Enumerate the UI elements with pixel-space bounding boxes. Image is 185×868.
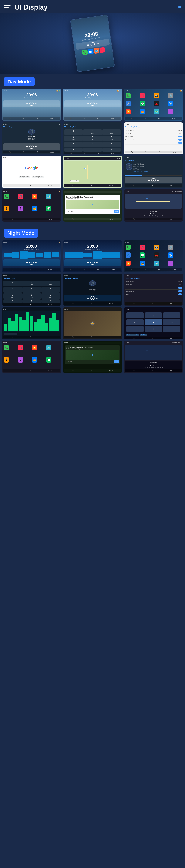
app-music[interactable]: 🎵 bbox=[99, 47, 105, 53]
prev-icon[interactable]: ⏮ bbox=[86, 43, 89, 46]
n-app-telegram[interactable]: ✈️ bbox=[126, 252, 131, 258]
n-app-photo[interactable]: 📷 bbox=[154, 245, 159, 250]
dial-3[interactable]: 3DEF bbox=[102, 129, 121, 135]
screen-coffee-night[interactable]: 18:03 Sunny Coffee Modern Restaurant Gol… bbox=[63, 341, 122, 373]
n-app-bt[interactable]: 📡 bbox=[168, 252, 173, 258]
dial-1[interactable]: 1 bbox=[64, 129, 83, 135]
app-wechat-grid[interactable]: 💬 bbox=[140, 101, 145, 106]
app-vehiclecar-grid[interactable]: 🚗 bbox=[154, 101, 159, 106]
dial-6[interactable]: 6MNO bbox=[102, 135, 121, 141]
n-dial-8[interactable]: 8TUV bbox=[23, 293, 41, 299]
prev-night-2[interactable]: ⏮ bbox=[87, 261, 89, 264]
screen-google[interactable]: 1/14 ← Google Google Search I'm Feeling … bbox=[2, 156, 61, 188]
screen-music-day-2[interactable]: 20:08 📶 🔋 20:08 A soothing piece of musi… bbox=[63, 89, 122, 121]
n-app-phone[interactable]: 📞 bbox=[126, 245, 131, 250]
screen-music-night-2[interactable]: 20:08 20:08 A soothing piece of music ⏮ … bbox=[63, 240, 122, 272]
app-radio-grid[interactable]: 📻 bbox=[140, 109, 145, 115]
prev-btn-day-1[interactable]: ⏮ bbox=[26, 102, 28, 105]
screen-bt-call[interactable]: 17:46 Bluetooth_Call 1 2ABC 3DEF 4GHI 5J… bbox=[63, 122, 122, 154]
play-btn-day-2[interactable]: ⏸ bbox=[90, 102, 95, 106]
dial-8[interactable]: 8TUV bbox=[83, 142, 102, 148]
play-night-2[interactable]: ⏸ bbox=[90, 260, 95, 265]
cn-app-phone[interactable]: 📞 bbox=[4, 345, 9, 350]
nav-action-1[interactable]: DIAL bbox=[126, 334, 132, 336]
app-more-grid[interactable]: ⋯ bbox=[168, 109, 173, 115]
n-app-settings[interactable]: ⚙️ bbox=[168, 245, 173, 250]
cp-app-wechat[interactable]: 💬 bbox=[46, 206, 51, 211]
n-dial-7[interactable]: 7PQRS bbox=[3, 293, 22, 299]
screen-apps-day[interactable]: 15:41 📶 📞 🎵 📷 ⚙️ ✈️ 💬 🚗 📡 ▶️ 📻 bbox=[124, 89, 183, 121]
nav-next-night[interactable]: ⏭ bbox=[156, 364, 157, 366]
dial-5[interactable]: 5JKL bbox=[83, 135, 102, 141]
n-dial-star[interactable]: * bbox=[3, 300, 22, 303]
nav-prev[interactable]: ⏮ bbox=[150, 213, 151, 215]
bt-next[interactable]: ⏭ bbox=[35, 145, 37, 148]
n-dial-3[interactable]: 3DEF bbox=[41, 281, 60, 286]
screen-bt-call-night[interactable]: 17:46 Bluetooth_Call 1 2ABC 3DEF 4GHI 5J… bbox=[2, 274, 61, 306]
arrow-bl[interactable] bbox=[126, 326, 144, 332]
play-button[interactable]: ⏸ bbox=[90, 42, 95, 47]
arrow-left[interactable]: ← bbox=[126, 319, 144, 325]
cn-app-maps[interactable]: 🗺️ bbox=[46, 345, 51, 350]
arrow-br[interactable] bbox=[163, 326, 181, 332]
n-app-nav[interactable]: 🗺️ bbox=[154, 260, 159, 266]
cp-app-orange[interactable]: 📱 bbox=[4, 206, 9, 211]
next-icon[interactable]: ⏭ bbox=[97, 42, 99, 45]
n-dial-9[interactable]: 9WXYZ bbox=[41, 293, 60, 299]
arrow-right[interactable]: → bbox=[163, 319, 181, 325]
arrow-tr[interactable] bbox=[163, 312, 181, 318]
app-phone[interactable]: 📞 bbox=[82, 50, 88, 55]
dial-7[interactable]: 7PQRS bbox=[64, 142, 83, 148]
app-yt-grid[interactable]: ▶️ bbox=[126, 109, 131, 115]
cp-app-phone[interactable]: 📞 bbox=[4, 194, 9, 199]
dial-9[interactable]: 9WXYZ bbox=[102, 142, 121, 148]
screen-carplay-coffee[interactable]: 18:03 Sunny Coffee Modern Restaurant Gol… bbox=[63, 189, 122, 221]
screen-carplay-night[interactable]: 18:04 📞 🎵 ▶️ 🗺️ 📱 🎙 📻 💬 📞 ✉ AUTO bbox=[2, 341, 61, 373]
n-app-music[interactable]: 🎵 bbox=[140, 245, 145, 250]
nav-next[interactable]: ⏭ bbox=[156, 213, 157, 215]
bt-prev[interactable]: ⏮ bbox=[26, 145, 28, 148]
arrow-up[interactable]: ↑ bbox=[144, 312, 162, 318]
nav-play-night[interactable]: ▶ bbox=[153, 364, 154, 366]
play-night-1[interactable]: ⏸ bbox=[29, 260, 34, 265]
cn-app-music[interactable]: 🎵 bbox=[18, 345, 23, 350]
dial-star[interactable]: * bbox=[64, 148, 83, 152]
n-dial-hash[interactable]: # bbox=[41, 300, 60, 303]
dial-4[interactable]: 4GHI bbox=[64, 135, 83, 141]
cn-app-wechat[interactable]: 💬 bbox=[46, 357, 51, 363]
nav-play[interactable]: ▶ bbox=[153, 213, 154, 215]
cn-app-yt[interactable]: ▶️ bbox=[32, 345, 37, 350]
cp-app-yt[interactable]: ▶️ bbox=[32, 194, 37, 199]
cn-app-orange[interactable]: 📱 bbox=[4, 357, 9, 363]
app-music-grid[interactable]: 🎵 bbox=[140, 93, 145, 98]
screen-social-music[interactable]: 17:46 SocialMusic 🎵 华年_抖音版.mp3 陪你_抖音版.mp… bbox=[124, 156, 183, 188]
google-search-bar[interactable] bbox=[6, 172, 57, 175]
go-button-night[interactable]: GO bbox=[114, 361, 119, 363]
dial-hash[interactable]: # bbox=[102, 148, 121, 152]
auto-connect-toggle[interactable] bbox=[178, 139, 182, 141]
bt-next-night[interactable]: ⏭ bbox=[96, 297, 98, 300]
screen-apps-night[interactable]: 15:41 📞 🎵 📷 ⚙️ ✈️ 💬 🚗 📡 ▶️ 📻 🗺️ ⋯ bbox=[124, 240, 183, 272]
n-dial-1[interactable]: 1 bbox=[3, 281, 22, 286]
n-dial-6[interactable]: 6MNO bbox=[41, 287, 60, 292]
n-app-wechat[interactable]: 💬 bbox=[140, 252, 145, 258]
social-next[interactable]: ⏭ bbox=[157, 179, 159, 182]
n-power-toggle[interactable] bbox=[178, 293, 182, 295]
screen-equalizer[interactable]: 1/14 ← bbox=[2, 307, 61, 339]
screen-music-night-1[interactable]: 20:08 📶 20:08 A soothing piece of music bbox=[2, 240, 61, 272]
n-app-more[interactable]: ⋯ bbox=[168, 260, 173, 266]
screen-bt-settings-night[interactable]: 17:46 Bluetooth_Settings Device name Car… bbox=[124, 274, 183, 306]
cp-app-podcast[interactable]: 🎙 bbox=[18, 206, 23, 211]
app-photo-grid[interactable]: 📷 bbox=[154, 93, 159, 98]
app-mail[interactable]: ✉️ bbox=[88, 49, 94, 55]
screen-bt-settings[interactable]: 17:46 Bluetooth_Settings Device name Car… bbox=[124, 122, 183, 154]
social-prev[interactable]: ⏮ bbox=[148, 179, 150, 182]
prev-night-1[interactable]: ⏮ bbox=[26, 261, 28, 264]
cn-app-radio[interactable]: 📻 bbox=[32, 357, 37, 363]
google-search-btn[interactable]: Google Search bbox=[19, 176, 30, 178]
prev-btn-day-2[interactable]: ⏮ bbox=[87, 102, 89, 105]
screen-carplay-nav[interactable]: 18:03 10/15 ETA 9.8 km Not Playing ⏮ ▶ ⏭… bbox=[124, 189, 183, 221]
n-app-radio[interactable]: 📻 bbox=[140, 260, 145, 266]
arrow-tl[interactable] bbox=[126, 312, 144, 318]
go-button[interactable]: GO bbox=[114, 210, 119, 213]
